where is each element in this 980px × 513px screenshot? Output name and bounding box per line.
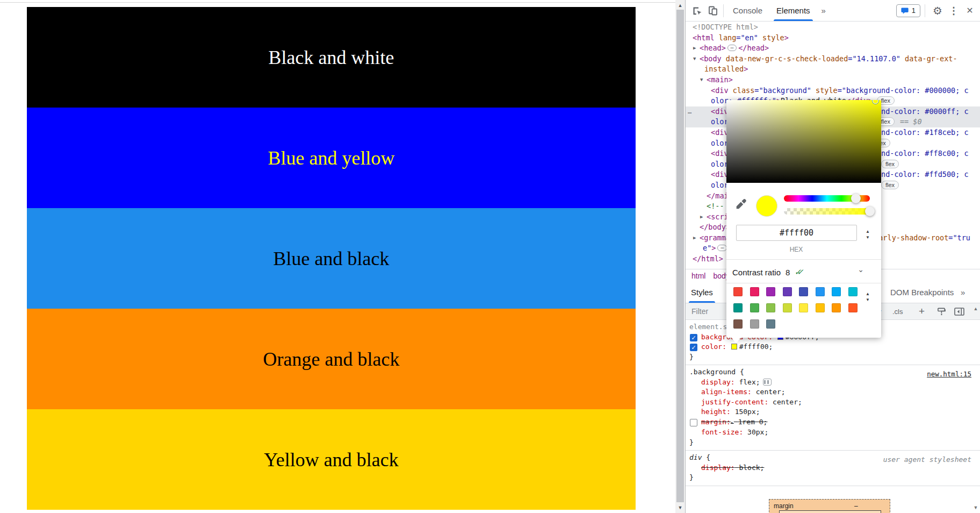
flex-badge[interactable]: flex	[881, 160, 899, 168]
palette-color-swatch[interactable]	[799, 287, 808, 296]
palette-color-swatch[interactable]	[750, 319, 759, 329]
dom-tree-node[interactable]: <div class="background" style="backgroun…	[686, 86, 980, 96]
dom-tree-node[interactable]: <html lang="en" style>	[686, 33, 980, 44]
palette-color-swatch[interactable]	[816, 287, 825, 296]
collapsed-content-pill[interactable]: ⋯	[717, 245, 726, 251]
palette-color-swatch[interactable]	[848, 303, 857, 312]
palette-color-swatch[interactable]	[766, 319, 775, 329]
palette-color-swatch[interactable]	[750, 287, 759, 296]
breadcrumb-item[interactable]: html	[691, 272, 705, 280]
device-toolbar-icon[interactable]	[705, 3, 721, 18]
css-property-row[interactable]: display: flex;	[686, 377, 980, 388]
dom-tree-node[interactable]: <!DOCTYPE html>	[686, 22, 980, 33]
current-color-swatch[interactable]	[756, 195, 777, 217]
eyedropper-icon[interactable]	[735, 198, 748, 214]
css-property-row[interactable]: align-items: center;	[686, 387, 980, 397]
page-scrollbar[interactable]: ▲ ▼	[675, 0, 685, 513]
collapse-arrow-icon[interactable]: ▼	[693, 54, 696, 65]
styles-scroll-up-icon[interactable]: ▲	[972, 305, 979, 312]
rule-selector-row: .background {new.html:15	[686, 367, 980, 377]
palette-color-swatch[interactable]	[766, 287, 775, 296]
hue-slider-handle[interactable]	[851, 194, 861, 203]
css-property-row[interactable]: margin:▸ 1rem 0;	[686, 417, 980, 428]
inspect-element-icon[interactable]	[689, 3, 705, 18]
alpha-slider[interactable]	[784, 208, 870, 215]
box-model-margin-value[interactable]: –	[854, 502, 858, 510]
node-menu-dots[interactable]: …	[688, 106, 692, 117]
css-selector[interactable]: .background	[689, 368, 736, 376]
palette-color-swatch[interactable]	[733, 319, 743, 329]
palette-row	[733, 319, 857, 329]
palette-color-swatch[interactable]	[733, 303, 743, 312]
dom-text: style	[811, 86, 838, 95]
property-checkbox[interactable]: ✓	[690, 334, 697, 341]
css-property-row[interactable]: justify-content: center;	[686, 397, 980, 408]
collapse-arrow-icon[interactable]: ▼	[700, 75, 703, 86]
paint-roller-icon[interactable]	[937, 303, 946, 319]
settings-gear-icon[interactable]: ⚙	[929, 3, 946, 18]
palette-stepper[interactable]: ▲▼	[866, 292, 870, 302]
page-scrollbar-thumb[interactable]	[676, 10, 684, 502]
contrast-ratio-row[interactable]: Contrast ratio 8 ✓✓ ⌄	[732, 264, 876, 280]
css-property-row[interactable]: display: block;	[686, 463, 980, 473]
palette-color-swatch[interactable]	[783, 287, 792, 296]
toggle-sidebar-icon[interactable]	[954, 303, 964, 319]
dom-text: data-gr-ext-	[900, 54, 957, 63]
tab-dom-breakpoints[interactable]: DOM Breakpoints	[890, 282, 954, 303]
expand-arrow-icon[interactable]: ▶	[693, 233, 696, 244]
palette-color-swatch[interactable]	[848, 287, 857, 296]
dom-tree-node[interactable]: ▼<main>	[686, 75, 980, 86]
color-band: Blue and black	[27, 208, 636, 309]
flex-badge[interactable]: flex	[881, 181, 899, 189]
palette-color-swatch[interactable]	[799, 303, 808, 312]
new-style-rule-button[interactable]: +	[919, 303, 925, 319]
tab-styles[interactable]: Styles	[691, 282, 713, 303]
css-selector[interactable]: div	[689, 453, 702, 461]
dom-tree-node[interactable]: ▼<body data-new-gr-c-s-check-loaded="14.…	[686, 54, 980, 65]
hex-format-stepper[interactable]: ▲▼	[866, 230, 870, 240]
issues-counter[interactable]: 1	[896, 4, 920, 17]
expand-arrow-icon[interactable]: ▶	[700, 212, 703, 223]
flex-editor-icon[interactable]	[763, 379, 772, 386]
palette-color-swatch[interactable]	[783, 303, 792, 312]
css-rule: .background {new.html:15display: flex;al…	[686, 365, 980, 451]
chevron-down-icon[interactable]: ⌄	[857, 265, 864, 274]
tab-elements[interactable]: Elements	[769, 0, 817, 21]
color-position-ring[interactable]	[873, 100, 878, 104]
color-band: Orange and black	[27, 309, 636, 409]
dom-text: ="14.1107.0"	[848, 54, 900, 63]
shorthand-expander-icon[interactable]: ▸	[731, 419, 734, 425]
palette-color-swatch[interactable]	[832, 287, 841, 296]
palette-color-swatch[interactable]	[816, 303, 825, 312]
hex-color-input[interactable]	[736, 225, 857, 241]
more-tabs-icon[interactable]: »	[817, 0, 830, 21]
palette-color-swatch[interactable]	[733, 287, 743, 296]
palette-color-swatch[interactable]	[750, 303, 759, 312]
palette-color-swatch[interactable]	[766, 303, 775, 312]
tab-console[interactable]: Console	[726, 0, 769, 21]
css-property-row[interactable]: ✓color: #ffff00;	[686, 342, 980, 352]
property-checkbox[interactable]	[690, 419, 697, 426]
color-swatch[interactable]	[731, 344, 737, 350]
dom-text: ="background-color: #000000; c	[838, 86, 969, 95]
property-checkbox[interactable]: ✓	[690, 344, 697, 351]
saturation-brightness-gradient[interactable]	[726, 100, 881, 183]
viewport-top-border	[0, 2, 675, 3]
styles-scroll-down-icon[interactable]: ▼	[972, 504, 979, 511]
collapsed-content-pill[interactable]: ⋯	[727, 45, 737, 51]
scroll-up-icon[interactable]: ▲	[675, 1, 685, 10]
alpha-slider-handle[interactable]	[865, 206, 875, 216]
dom-tree-node[interactable]: installed>	[686, 64, 980, 75]
dom-tree-node[interactable]: ▶<head>⋯</head>	[686, 43, 980, 54]
close-icon[interactable]: ✕	[962, 3, 978, 18]
color-bands: Black and whiteBlue and yellowBlue and b…	[27, 7, 636, 510]
kebab-menu-icon[interactable]: ⋮	[946, 3, 962, 18]
palette-color-swatch[interactable]	[832, 303, 841, 312]
scroll-down-icon[interactable]: ▼	[675, 503, 685, 512]
box-model-border-box[interactable]	[779, 510, 881, 513]
css-property-row[interactable]: height: 150px;	[686, 407, 980, 417]
toggle-class-button[interactable]: .cls	[892, 303, 903, 319]
expand-arrow-icon[interactable]: ▶	[693, 43, 696, 54]
sidebar-more-tabs-icon[interactable]: »	[961, 282, 965, 303]
css-property-row[interactable]: font-size: 30px;	[686, 428, 980, 438]
